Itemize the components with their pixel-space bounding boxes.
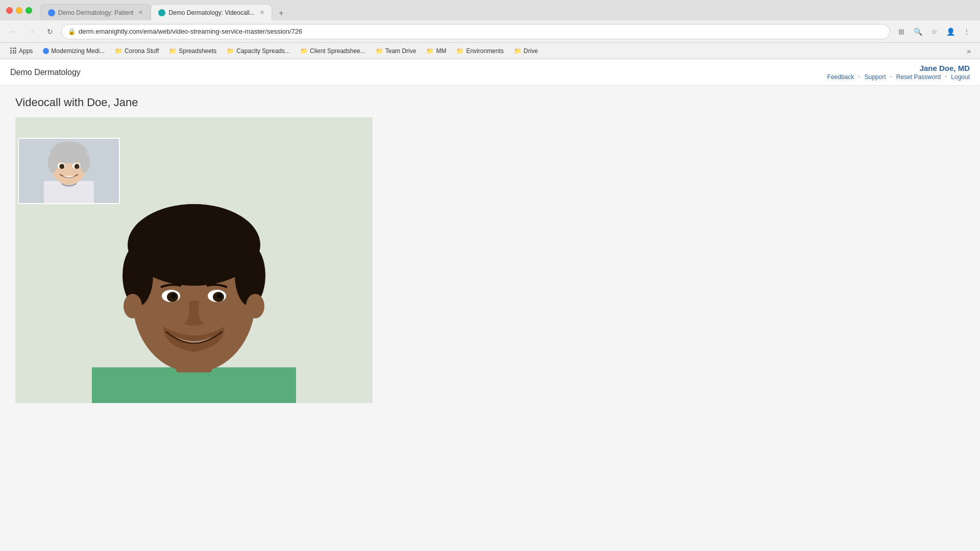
bookmark-capacity[interactable]: 📁 Capacity Spreads...	[223, 46, 294, 56]
browser-actions: ⊞ 🔍 ☆ 👤 ⋮	[894, 24, 974, 39]
capacity-folder-icon: 📁	[227, 47, 234, 55]
tab-bar: Demo Dermatology: Patient ✕ Demo Dermato…	[40, 0, 288, 20]
traffic-lights	[6, 7, 32, 14]
bookmark-mm[interactable]: 📁 MM	[422, 46, 450, 56]
url-bar[interactable]: 🔒 derm.emanightly.com/ema/web/video-stre…	[61, 24, 890, 39]
url-text: derm.emanightly.com/ema/web/video-stream…	[79, 28, 302, 35]
page-content: Videocall with Doe, Jane	[0, 86, 980, 551]
user-name: Jane Doe, MD	[920, 64, 970, 72]
maximize-window-button[interactable]	[26, 7, 32, 14]
modernizing-favicon	[43, 48, 49, 54]
tab-patient[interactable]: Demo Dermatology: Patient ✕	[40, 4, 151, 20]
menu-button[interactable]: ⋮	[960, 24, 974, 39]
app-header: Demo Dermatology Jane Doe, MD Feedback •…	[0, 59, 980, 86]
bookmark-client[interactable]: 📁 Client Spreadshee...	[296, 46, 370, 56]
reset-password-link[interactable]: Reset Password	[896, 73, 941, 81]
tab-favicon-patient	[48, 9, 55, 16]
tab-patient-close[interactable]: ✕	[138, 9, 143, 16]
mm-label: MM	[436, 47, 446, 55]
bookmark-spreadsheets[interactable]: 📁 Spreadsheets	[165, 46, 220, 56]
doctor-self-view	[18, 138, 120, 204]
separator-2: •	[890, 73, 892, 81]
team-drive-folder-icon: 📁	[376, 47, 383, 55]
reload-button[interactable]: ↻	[43, 24, 57, 39]
svg-point-15	[124, 294, 142, 318]
bookmark-button[interactable]: ☆	[927, 24, 941, 39]
environments-label: Environments	[466, 47, 503, 55]
app-logo: Demo Dermatology	[10, 68, 827, 77]
svg-point-16	[246, 294, 264, 318]
modernizing-label: Modernizing Medi...	[51, 47, 105, 55]
minimize-window-button[interactable]	[16, 7, 22, 14]
browser-chrome: Demo Dermatology: Patient ✕ Demo Dermato…	[0, 0, 980, 59]
environments-folder-icon: 📁	[456, 47, 464, 55]
profile-button[interactable]: 👤	[943, 24, 958, 39]
close-window-button[interactable]	[6, 7, 13, 14]
mm-folder-icon: 📁	[426, 47, 434, 55]
bookmarks-bar: Apps Modernizing Medi... 📁 Corona Stuff …	[0, 43, 980, 59]
capacity-label: Capacity Spreads...	[236, 47, 290, 55]
spreadsheets-label: Spreadsheets	[179, 47, 216, 55]
header-links: Feedback • Support • Reset Password • Lo…	[827, 73, 970, 81]
page-title: Videocall with Doe, Jane	[15, 96, 965, 109]
spreadsheets-folder-icon: 📁	[169, 47, 177, 55]
translate-button[interactable]: ⊞	[894, 24, 909, 39]
svg-point-8	[138, 204, 250, 265]
client-label: Client Spreadshee...	[310, 47, 365, 55]
svg-point-22	[48, 153, 58, 172]
svg-point-27	[75, 164, 80, 169]
lock-icon: 🔒	[68, 28, 76, 35]
team-drive-label: Team Drive	[385, 47, 416, 55]
apps-label: Apps	[19, 47, 33, 55]
doctor-video-svg	[19, 138, 119, 204]
svg-point-26	[59, 164, 64, 169]
svg-rect-2	[92, 367, 296, 403]
bookmark-apps[interactable]: Apps	[6, 46, 37, 56]
bookmark-environments[interactable]: 📁 Environments	[452, 46, 507, 56]
bookmarks-more-button[interactable]: »	[964, 46, 974, 56]
tab-videocall[interactable]: Demo Dermatology: Videocall... ✕	[151, 4, 272, 20]
forward-button[interactable]: →	[24, 24, 39, 39]
tab-patient-label: Demo Dermatology: Patient	[58, 9, 133, 16]
bookmark-modernizing[interactable]: Modernizing Medi...	[39, 46, 109, 56]
drive-folder-icon: 📁	[514, 47, 522, 55]
bookmark-drive[interactable]: 📁 Drive	[510, 46, 542, 56]
corona-label: Corona Stuff	[125, 47, 159, 55]
client-folder-icon: 📁	[300, 47, 308, 55]
separator-3: •	[945, 73, 947, 81]
title-bar: Demo Dermatology: Patient ✕ Demo Dermato…	[0, 0, 980, 20]
search-button[interactable]: 🔍	[911, 24, 925, 39]
support-link[interactable]: Support	[864, 73, 886, 81]
corona-folder-icon: 📁	[115, 47, 122, 55]
feedback-link[interactable]: Feedback	[827, 73, 854, 81]
bookmark-team-drive[interactable]: 📁 Team Drive	[372, 46, 421, 56]
tab-videocall-close[interactable]: ✕	[260, 9, 264, 16]
address-bar: ← → ↻ 🔒 derm.emanightly.com/ema/web/vide…	[0, 20, 980, 43]
tab-favicon-videocall	[158, 9, 165, 16]
drive-label: Drive	[524, 47, 538, 55]
header-right: Jane Doe, MD Feedback • Support • Reset …	[827, 64, 970, 81]
back-button[interactable]: ←	[6, 24, 20, 39]
tab-videocall-label: Demo Dermatology: Videocall...	[168, 9, 255, 16]
video-call-area	[15, 117, 373, 403]
separator-1: •	[858, 73, 860, 81]
logout-link[interactable]: Logout	[951, 73, 970, 81]
app-container: Demo Dermatology Jane Doe, MD Feedback •…	[0, 59, 980, 551]
svg-point-13	[171, 293, 176, 298]
bookmark-corona[interactable]: 📁 Corona Stuff	[111, 46, 163, 56]
apps-grid-icon	[10, 47, 17, 54]
svg-point-23	[80, 153, 90, 172]
svg-point-14	[217, 293, 222, 298]
new-tab-button[interactable]: +	[274, 6, 288, 20]
